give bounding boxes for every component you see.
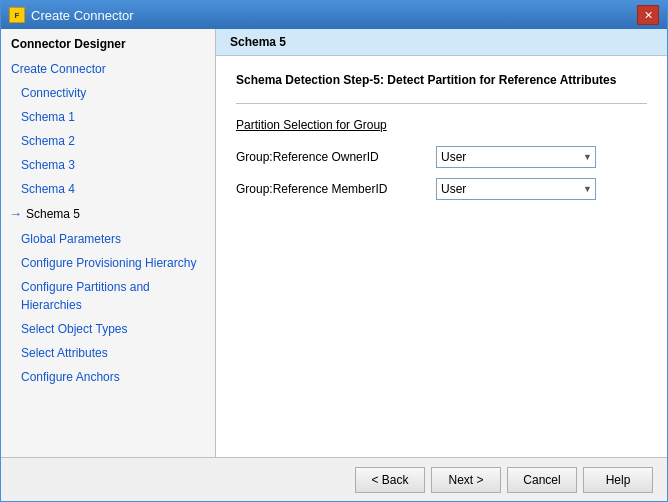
sidebar-item-schema5: →Schema 5	[1, 201, 215, 227]
divider	[236, 103, 647, 104]
sidebar-item-schema3[interactable]: Schema 3	[1, 153, 215, 177]
sidebar-item-create-connector[interactable]: Create Connector	[1, 57, 215, 81]
form-rows: Group:Reference OwnerIDUserGroupContactG…	[236, 146, 647, 200]
sidebar: Connector Designer Create ConnectorConne…	[1, 29, 216, 457]
title-bar-controls: ✕	[637, 5, 659, 25]
main-panel: Schema 5 Schema Detection Step-5: Detect…	[216, 29, 667, 457]
content-area: Connector Designer Create ConnectorConne…	[1, 29, 667, 457]
sidebar-item-schema2[interactable]: Schema 2	[1, 129, 215, 153]
sidebar-item-schema4[interactable]: Schema 4	[1, 177, 215, 201]
form-label-1: Group:Reference MemberID	[236, 182, 436, 196]
back-button[interactable]: < Back	[355, 467, 425, 493]
sidebar-item-select-object-types[interactable]: Select Object Types	[1, 317, 215, 341]
step-description: Schema Detection Step-5: Detect Partitio…	[236, 72, 647, 89]
window-title: Create Connector	[31, 8, 134, 23]
sidebar-item-schema1[interactable]: Schema 1	[1, 105, 215, 129]
sidebar-items: Create ConnectorConnectivitySchema 1Sche…	[1, 57, 215, 389]
form-row-0: Group:Reference OwnerIDUserGroupContact	[236, 146, 647, 168]
select-wrapper-0: UserGroupContact	[436, 146, 596, 168]
section-title: Partition Selection for Group	[236, 118, 647, 132]
form-row-1: Group:Reference MemberIDUserGroupContact	[236, 178, 647, 200]
sidebar-item-connectivity[interactable]: Connectivity	[1, 81, 215, 105]
sidebar-item-configure-partitions-hierarchies[interactable]: Configure Partitions and Hierarchies	[1, 275, 215, 317]
close-button[interactable]: ✕	[637, 5, 659, 25]
form-select-1[interactable]: UserGroupContact	[436, 178, 596, 200]
title-bar: F Create Connector ✕	[1, 1, 667, 29]
active-arrow-icon: →	[9, 204, 22, 224]
next-button[interactable]: Next >	[431, 467, 501, 493]
help-button[interactable]: Help	[583, 467, 653, 493]
main-window: F Create Connector ✕ Connector Designer …	[0, 0, 668, 502]
title-bar-left: F Create Connector	[9, 7, 134, 23]
footer: < Back Next > Cancel Help	[1, 457, 667, 501]
form-label-0: Group:Reference OwnerID	[236, 150, 436, 164]
cancel-button[interactable]: Cancel	[507, 467, 577, 493]
sidebar-item-configure-anchors[interactable]: Configure Anchors	[1, 365, 215, 389]
sidebar-item-select-attributes[interactable]: Select Attributes	[1, 341, 215, 365]
form-select-0[interactable]: UserGroupContact	[436, 146, 596, 168]
select-wrapper-1: UserGroupContact	[436, 178, 596, 200]
sidebar-item-configure-provisioning-hierarchy[interactable]: Configure Provisioning Hierarchy	[1, 251, 215, 275]
app-icon: F	[9, 7, 25, 23]
panel-title: Schema 5	[216, 29, 667, 56]
sidebar-header: Connector Designer	[1, 33, 215, 55]
sidebar-item-global-parameters[interactable]: Global Parameters	[1, 227, 215, 251]
main-content: Schema Detection Step-5: Detect Partitio…	[216, 56, 667, 457]
